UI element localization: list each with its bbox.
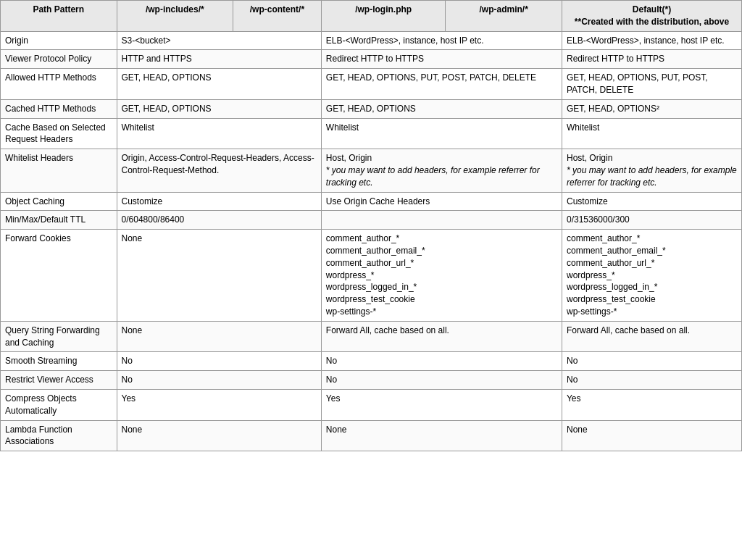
row-label: Viewer Protocol Policy [1, 50, 117, 69]
row-label: Forward Cookies [1, 230, 117, 322]
row-default: No [562, 352, 741, 371]
row-wp-login-admin: ELB-<WordPress>, instance, host IP etc. [321, 31, 562, 50]
table-row: Min/Max/Default TTL 0/604800/86400 0/315… [1, 211, 742, 230]
row-wp-includes-content: HTTP and HTTPS [117, 50, 321, 69]
row-wp-login-admin: Redirect HTTP to HTTPS [321, 50, 562, 69]
row-wp-login-admin: Forward All, cache based on all. [321, 321, 562, 352]
table-row: Object Caching Customize Use Origin Cach… [1, 192, 742, 211]
table-row: Restrict Viewer Access No No No [1, 371, 742, 390]
row-default: Host, Origin* you may want to add header… [562, 149, 741, 192]
header-default: Default(*)**Created with the distributio… [562, 1, 741, 32]
main-container: Path Pattern /wp-includes/* /wp-content/… [0, 0, 742, 451]
row-wp-includes-content: No [117, 352, 321, 371]
row-default: No [562, 371, 741, 390]
header-row: Path Pattern /wp-includes/* /wp-content/… [1, 1, 742, 32]
row-label: Lambda Function Associations [1, 420, 117, 451]
row-wp-login-admin: Host, Origin* you may want to add header… [321, 149, 562, 192]
config-table: Path Pattern /wp-includes/* /wp-content/… [0, 0, 742, 451]
row-label: Min/Max/Default TTL [1, 211, 117, 230]
row-wp-includes-content: GET, HEAD, OPTIONS [117, 99, 321, 118]
row-default: 0/31536000/300 [562, 211, 741, 230]
row-label: Cache Based on Selected Request Headers [1, 118, 117, 149]
row-wp-login-admin: Whitelist [321, 118, 562, 149]
row-label: Restrict Viewer Access [1, 371, 117, 390]
table-row: Lambda Function Associations None None N… [1, 420, 742, 451]
table-row: Whitelist Headers Origin, Access-Control… [1, 149, 742, 192]
row-default: GET, HEAD, OPTIONS² [562, 99, 741, 118]
row-wp-login-admin: Yes [321, 389, 562, 420]
header-wp-admin: /wp-admin/* [446, 1, 562, 32]
row-wp-login-admin: GET, HEAD, OPTIONS, PUT, POST, PATCH, DE… [321, 69, 562, 100]
row-wp-login-admin: None [321, 420, 562, 451]
row-wp-login-admin: No [321, 352, 562, 371]
header-wp-login: /wp-login.php [321, 1, 446, 32]
row-label: Smooth Streaming [1, 352, 117, 371]
row-label: Query String Forwarding and Caching [1, 321, 117, 352]
table-row: Origin S3-<bucket> ELB-<WordPress>, inst… [1, 31, 742, 50]
row-wp-includes-content: Yes [117, 389, 321, 420]
row-wp-login-admin: GET, HEAD, OPTIONS [321, 99, 562, 118]
row-wp-includes-content: Origin, Access-Control-Request-Headers, … [117, 149, 321, 192]
row-wp-login-admin: Use Origin Cache Headers [321, 192, 562, 211]
table-row: Viewer Protocol Policy HTTP and HTTPS Re… [1, 50, 742, 69]
row-default: Customize [562, 192, 741, 211]
row-label: Allowed HTTP Methods [1, 69, 117, 100]
row-label: Origin [1, 31, 117, 50]
table-row: Allowed HTTP Methods GET, HEAD, OPTIONS … [1, 69, 742, 100]
header-path-pattern: Path Pattern [1, 1, 117, 32]
row-default: None [562, 420, 741, 451]
row-wp-includes-content: GET, HEAD, OPTIONS [117, 69, 321, 100]
row-default: Forward All, cache based on all. [562, 321, 741, 352]
header-wp-includes: /wp-includes/* [117, 1, 233, 32]
row-wp-includes-content: Customize [117, 192, 321, 211]
row-wp-includes-content: None [117, 321, 321, 352]
table-row: Smooth Streaming No No No [1, 352, 742, 371]
row-default: ELB-<WordPress>, instance, host IP etc. [562, 31, 741, 50]
row-wp-login-admin: No [321, 371, 562, 390]
table-row: Cache Based on Selected Request Headers … [1, 118, 742, 149]
row-default: GET, HEAD, OPTIONS, PUT, POST, PATCH, DE… [562, 69, 741, 100]
row-default: Whitelist [562, 118, 741, 149]
row-wp-login-admin: comment_author_* comment_author_email_* … [321, 230, 562, 322]
header-wp-content: /wp-content/* [233, 1, 322, 32]
table-row: Cached HTTP Methods GET, HEAD, OPTIONS G… [1, 99, 742, 118]
row-wp-login-admin [321, 211, 562, 230]
row-label: Object Caching [1, 192, 117, 211]
row-wp-includes-content: Whitelist [117, 118, 321, 149]
row-wp-includes-content: No [117, 371, 321, 390]
table-row: Query String Forwarding and Caching None… [1, 321, 742, 352]
row-default: Yes [562, 389, 741, 420]
row-default: Redirect HTTP to HTTPS [562, 50, 741, 69]
row-label: Compress Objects Automatically [1, 389, 117, 420]
table-row: Compress Objects Automatically Yes Yes Y… [1, 389, 742, 420]
row-wp-includes-content: None [117, 230, 321, 322]
row-label: Whitelist Headers [1, 149, 117, 192]
row-label: Cached HTTP Methods [1, 99, 117, 118]
table-row: Forward Cookies None comment_author_* co… [1, 230, 742, 322]
row-wp-includes-content: S3-<bucket> [117, 31, 321, 50]
row-wp-includes-content: 0/604800/86400 [117, 211, 321, 230]
row-wp-includes-content: None [117, 420, 321, 451]
row-default: comment_author_* comment_author_email_* … [562, 230, 741, 322]
